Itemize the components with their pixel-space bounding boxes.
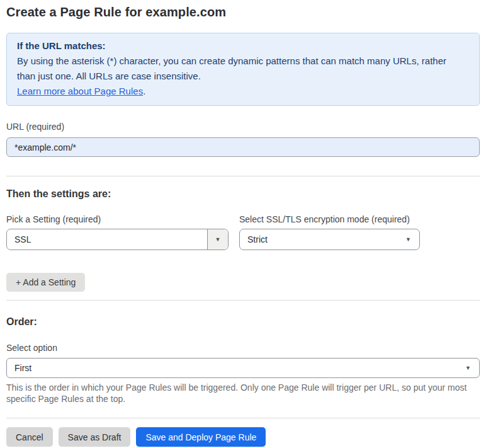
save-and-deploy-button[interactable]: Save and Deploy Page Rule <box>136 427 266 447</box>
chevron-down-icon: ▼ <box>397 229 419 250</box>
info-box-heading: If the URL matches: <box>17 38 469 54</box>
setting-picker-column: Pick a Setting (required) SSL ▼ <box>6 214 229 250</box>
divider <box>6 418 480 418</box>
url-field-label: URL (required) <box>6 122 480 132</box>
chevron-down-glyph: ▼ <box>405 237 411 243</box>
ssl-mode-column: Select SSL/TLS encryption mode (required… <box>239 214 420 250</box>
divider <box>6 300 480 301</box>
chevron-down-glyph: ▼ <box>215 237 221 243</box>
settings-section-heading: Then the settings are: <box>6 188 480 200</box>
url-match-info-box: If the URL matches: By using the asteris… <box>6 33 480 106</box>
footer-actions: Cancel Save as Draft Save and Deploy Pag… <box>6 427 480 447</box>
order-section-heading: Order: <box>6 316 480 328</box>
setting-select-value: SSL <box>7 229 207 250</box>
save-as-draft-button[interactable]: Save as Draft <box>59 427 131 447</box>
chevron-down-icon: ▼ <box>207 229 228 250</box>
ssl-mode-select-label: Select SSL/TLS encryption mode (required… <box>239 214 420 224</box>
learn-more-link[interactable]: Learn more about Page Rules <box>17 86 143 96</box>
chevron-down-icon: ▼ <box>457 359 479 377</box>
setting-select-label: Pick a Setting (required) <box>6 214 229 224</box>
settings-grid: Pick a Setting (required) SSL ▼ Select S… <box>6 214 480 250</box>
url-input[interactable] <box>6 137 480 157</box>
info-box-body: By using the asterisk (*) character, you… <box>17 54 458 84</box>
cancel-button[interactable]: Cancel <box>6 427 53 447</box>
order-select-label: Select option <box>6 343 480 353</box>
setting-select[interactable]: SSL ▼ <box>6 229 229 250</box>
ssl-mode-select-value: Strict <box>240 229 397 250</box>
page-title: Create a Page Rule for example.com <box>6 5 480 20</box>
divider <box>6 176 480 176</box>
order-help-text: This is the order in which your Page Rul… <box>6 382 472 405</box>
page-rule-form: Create a Page Rule for example.com If th… <box>0 5 486 447</box>
chevron-down-glyph: ▼ <box>465 365 471 371</box>
link-period: . <box>143 86 145 96</box>
order-select-value: First <box>7 359 457 377</box>
order-select[interactable]: First ▼ <box>6 358 480 378</box>
ssl-mode-select[interactable]: Strict ▼ <box>239 229 420 250</box>
info-box-link-line: Learn more about Page Rules. <box>17 84 469 99</box>
add-setting-button[interactable]: + Add a Setting <box>6 273 85 292</box>
